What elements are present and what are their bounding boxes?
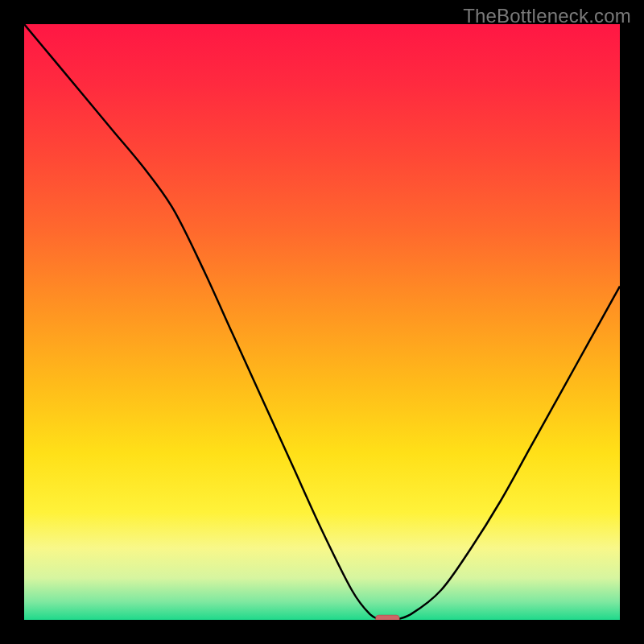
chart-frame: TheBottleneck.com	[0, 0, 644, 644]
optimal-marker	[376, 615, 400, 620]
chart-svg	[24, 24, 620, 620]
plot-area	[24, 24, 620, 620]
